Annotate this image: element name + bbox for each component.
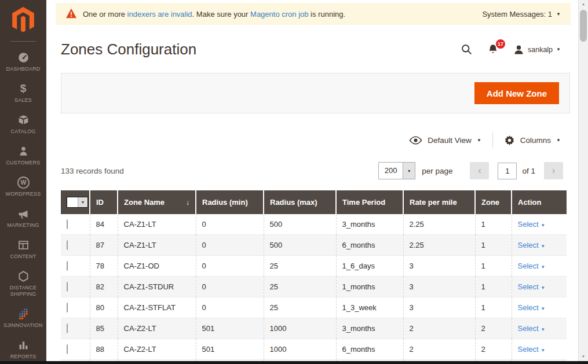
- row-checkbox[interactable]: [67, 303, 68, 312]
- sidebar-item-distance-shipping[interactable]: DISTANCE SHIPPING: [0, 264, 46, 302]
- table-row: 88 CA-Z2-LT 501 1000 6_months 2 2 Select…: [61, 339, 567, 360]
- sidebar-item-reports[interactable]: REPORTS: [0, 333, 46, 364]
- column-header-rate[interactable]: Rate per mile: [403, 190, 475, 214]
- column-header-zone[interactable]: Zone: [475, 190, 512, 214]
- cell-id: 88: [90, 339, 118, 360]
- vertical-scrollbar[interactable]: ▲ ▼: [578, 0, 588, 361]
- system-messages-dropdown[interactable]: System Messages: 1 ▼: [482, 10, 561, 19]
- previous-page-button[interactable]: ‹: [470, 162, 489, 179]
- cell-id: 84: [90, 214, 118, 235]
- magento-logo[interactable]: [0, 0, 46, 34]
- row-checkbox[interactable]: [67, 240, 68, 250]
- next-page-button[interactable]: ›: [544, 162, 563, 179]
- column-header-id[interactable]: ID: [90, 190, 118, 214]
- row-action-select[interactable]: Select ▼: [518, 303, 546, 312]
- add-new-zone-button[interactable]: Add New Zone: [474, 82, 559, 104]
- column-header-zone-name[interactable]: Zone Name↓: [118, 190, 196, 214]
- records-found: 133 records found: [61, 167, 124, 175]
- row-checkbox[interactable]: [67, 261, 68, 271]
- sidebar-item-marketing[interactable]: MARKETING: [0, 202, 46, 233]
- row-action-select[interactable]: Select ▼: [518, 220, 546, 229]
- cell-rate: 3: [403, 256, 475, 277]
- cell-zone: 1: [475, 214, 512, 235]
- sidebar-item-dashboard[interactable]: DASHBOARD: [0, 46, 46, 77]
- sidebar-item-label: CATALOG: [10, 128, 35, 135]
- per-page-select[interactable]: 200 ▼: [378, 162, 415, 179]
- sidebar-item-wordpress[interactable]: W WORDPRESS: [0, 171, 46, 202]
- cell-id: 78: [90, 256, 118, 277]
- catalog-icon: [17, 113, 30, 126]
- cell-zone: 2: [475, 339, 512, 360]
- cell-radius-max: 500: [264, 214, 336, 235]
- reports-icon: [17, 339, 30, 351]
- system-message: One or more indexers are invalid. Make s…: [65, 8, 482, 20]
- chevron-down-icon: ▼: [540, 264, 545, 270]
- gear-icon: [504, 135, 515, 146]
- sidebar-item-customers[interactable]: CUSTOMERS: [0, 139, 46, 171]
- row-checkbox[interactable]: [67, 344, 68, 354]
- select-all-checkbox[interactable]: [67, 197, 78, 207]
- notification-count-badge: 17: [496, 39, 505, 49]
- current-page-input[interactable]: [498, 163, 517, 179]
- sidebar-item-label: MARKETING: [7, 222, 39, 229]
- main-content: One or more indexers are invalid. Make s…: [46, 0, 578, 364]
- sidebar-item-content[interactable]: CONTENT: [0, 233, 46, 264]
- select-label: Select: [518, 345, 539, 354]
- select-all-dropdown[interactable]: ▼: [67, 197, 88, 208]
- row-action-select[interactable]: Select ▼: [518, 345, 546, 354]
- scroll-up-icon[interactable]: ▲: [579, 2, 588, 6]
- select-label: Select: [518, 241, 539, 249]
- row-action-select[interactable]: Select ▼: [518, 262, 546, 270]
- row-action-select[interactable]: Select ▼: [518, 324, 546, 333]
- cell-time-period: 3_months: [336, 214, 403, 235]
- sidebar-item-label: SALES: [14, 97, 32, 104]
- message-middle: . Make sure your: [192, 10, 250, 19]
- row-checkbox[interactable]: [67, 219, 68, 229]
- cell-time-period: 1_6_days: [336, 256, 403, 277]
- system-message-bar: One or more indexers are invalid. Make s…: [56, 3, 571, 25]
- cell-zone-name: CA-Z2-LT: [118, 339, 196, 360]
- wordpress-icon: W: [17, 176, 30, 189]
- cell-radius-min: 501: [196, 339, 264, 360]
- cell-radius-min: 0: [196, 235, 264, 256]
- column-header-radius-min[interactable]: Radius (min): [196, 190, 264, 214]
- cell-zone-name: CA-Z1-STDUR: [118, 277, 196, 297]
- table-row: 84 CA-Z1-LT 0 500 3_months 2.25 1 Select…: [61, 214, 567, 235]
- row-checkbox[interactable]: [67, 323, 68, 333]
- cell-radius-min: 0: [196, 256, 264, 277]
- select-label: Select: [518, 262, 539, 270]
- indexers-invalid-link[interactable]: indexers are invalid: [127, 10, 192, 19]
- chevron-down-icon: ▼: [556, 12, 561, 17]
- chevron-down-icon: ▼: [540, 285, 545, 291]
- magento-cron-job-link[interactable]: Magento cron job: [250, 10, 308, 19]
- row-checkbox[interactable]: [67, 282, 68, 292]
- cell-zone-name: CA-Z1-STFLAT: [118, 297, 196, 318]
- cell-radius-min: 501: [196, 318, 264, 339]
- chevron-down-icon: ▼: [540, 327, 545, 332]
- pager: 200 ▼ per page ‹ of 1 ›: [378, 162, 563, 179]
- warning-icon: [65, 8, 77, 20]
- cell-id: 82: [90, 277, 118, 297]
- user-menu[interactable]: sankalp ▼: [513, 44, 561, 56]
- sidebar-item-sjinnovation[interactable]: SJINNOVATION: [0, 302, 46, 333]
- default-view-dropdown[interactable]: Default View ▼: [409, 136, 481, 145]
- chevron-down-icon: ▼: [540, 223, 545, 228]
- column-header-radius-max[interactable]: Radius (max): [264, 190, 336, 214]
- cell-zone-name: CA-Z2-LT: [118, 318, 196, 339]
- row-action-select[interactable]: Select ▼: [518, 282, 546, 291]
- sidebar-item-label: DASHBOARD: [6, 66, 41, 72]
- chevron-down-icon: ▼: [403, 163, 415, 179]
- scroll-down-icon[interactable]: ▼: [579, 355, 588, 358]
- header-actions: 17 sankalp ▼: [461, 43, 561, 56]
- scrollbar-thumb[interactable]: [580, 10, 587, 42]
- column-header-action[interactable]: Action: [512, 190, 567, 214]
- row-action-select[interactable]: Select ▼: [518, 241, 546, 249]
- column-header-time-period[interactable]: Time Period: [336, 190, 403, 214]
- sidebar-item-label: SJINNOVATION: [3, 322, 43, 329]
- columns-dropdown[interactable]: Columns ▼: [504, 135, 561, 146]
- sidebar-item-sales[interactable]: $ SALES: [0, 77, 46, 108]
- notifications-button[interactable]: 17: [487, 43, 499, 56]
- cell-zone: 1: [475, 297, 512, 318]
- search-button[interactable]: [461, 43, 473, 56]
- sidebar-item-catalog[interactable]: CATALOG: [0, 108, 46, 139]
